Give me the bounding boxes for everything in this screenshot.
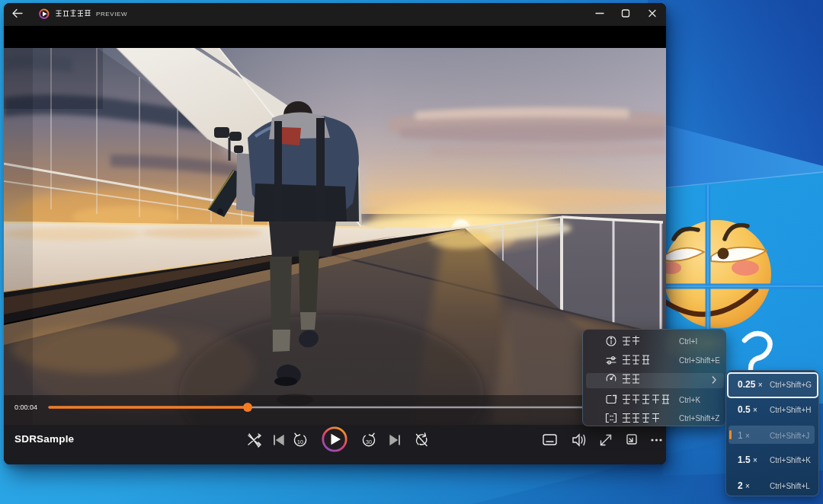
svg-text:PREVIEW: PREVIEW bbox=[96, 11, 127, 18]
